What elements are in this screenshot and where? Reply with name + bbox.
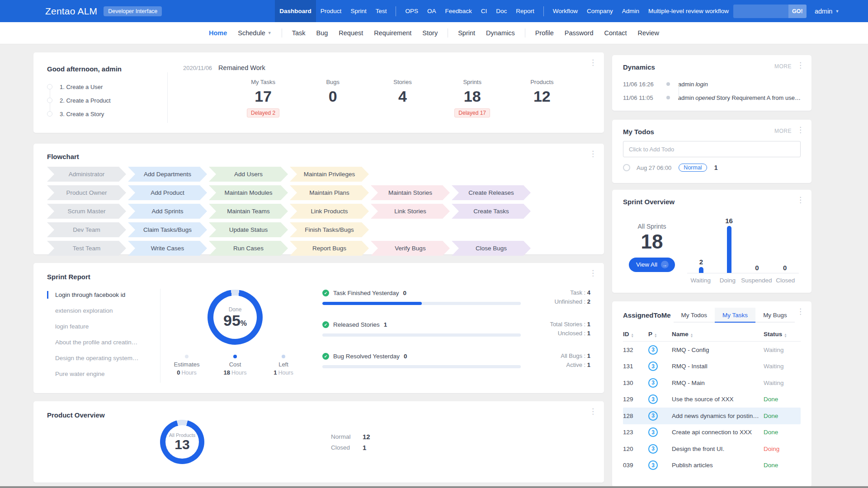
sub-nav-item[interactable]: Requirement [368,29,417,37]
kebab-menu-icon[interactable]: ⋮ [589,408,597,415]
sub-nav-item[interactable]: Story [417,29,443,37]
top-nav-item[interactable]: Feedback [440,0,476,22]
task-name[interactable]: Publish articles [672,462,764,469]
flowchart-step[interactable]: Maintain Modules [209,185,288,200]
column-header-status[interactable]: Status▲▼ [764,331,801,338]
flowchart-step[interactable]: Product Owner [47,185,126,200]
table-row[interactable]: 129 3 Use the source of XXX Done [623,391,801,408]
flowchart-step[interactable]: Claim Tasks/Bugs [128,222,207,237]
sort-icon[interactable]: ▲▼ [631,333,634,338]
sub-nav-item[interactable]: Sprint [453,29,481,37]
sub-nav-item[interactable] [525,28,525,38]
sprint-list-item[interactable]: About the profile and creatin… [47,334,160,350]
work-stat[interactable]: Sprints 18 Delayed 17 [452,79,493,117]
kebab-menu-icon[interactable]: ⋮ [797,126,804,134]
sub-nav-item[interactable]: Home [203,29,232,37]
top-nav-item[interactable]: CI [476,0,492,22]
kebab-menu-icon[interactable]: ⋮ [589,59,597,66]
sort-icon[interactable]: ▲▼ [784,333,787,338]
onboarding-step[interactable]: 2. Create a Product [47,94,154,107]
top-nav-item[interactable]: OPS [401,0,423,22]
flowchart-step[interactable]: Create Tasks [452,204,531,219]
column-header-id[interactable]: ID▲▼ [623,331,648,338]
column-header-name[interactable]: Name▲▼ [672,331,764,338]
todo-checkbox[interactable] [623,164,630,171]
sort-icon[interactable]: ▲▼ [654,333,657,338]
work-stat[interactable]: My Tasks 17 Delayed 2 [243,79,283,117]
sub-nav-item[interactable]: Profile [530,29,559,37]
table-row[interactable]: 132 3 RMQ - Config Waiting [623,342,801,358]
sprint-list-item[interactable]: extension exploration [47,303,160,319]
flowchart-step[interactable]: Run Cases [209,241,288,256]
task-name[interactable]: Add news dynamics for posting late… [672,413,764,419]
view-all-button[interactable]: View All → [629,258,675,272]
sub-nav-item[interactable]: Password [559,29,599,37]
top-nav-item[interactable]: Sprint [346,0,371,22]
sub-nav-item[interactable]: Dynamics [481,29,520,37]
task-name[interactable]: Design the front UI. [672,446,764,452]
todo-item[interactable]: Aug 27 06:00 Normal 1 [623,164,801,172]
app-logo[interactable]: Zentao ALM [45,6,97,17]
flowchart-step[interactable]: Dev Team [47,222,126,237]
kebab-menu-icon[interactable]: ⋮ [797,61,804,69]
sprint-list-item[interactable]: Login through facebook id [47,287,160,303]
sprint-list-item[interactable]: Design the operating system… [47,350,160,366]
kebab-menu-icon[interactable]: ⋮ [589,150,597,158]
top-nav-item[interactable]: Multiple-level review workflow [644,0,733,22]
flowchart-step[interactable]: Finish Tasks/Bugs [290,222,369,237]
onboarding-step[interactable]: 3. Create a Story [47,107,154,121]
search-input[interactable] [733,5,788,18]
more-link[interactable]: MORE [774,63,792,70]
top-nav-item[interactable] [543,6,544,16]
flowchart-step[interactable]: Scrum Master [47,204,126,219]
sub-nav-item[interactable]: Task [287,29,311,37]
add-todo-input[interactable] [623,141,801,157]
task-name[interactable]: RMQ - Install [672,363,764,370]
flowchart-step[interactable]: Add Departments [128,167,207,182]
assigned-tab[interactable]: My Todos [674,308,715,323]
sort-icon[interactable]: ▲▼ [690,333,693,338]
top-nav-item[interactable]: Product [316,0,346,22]
flowchart-step[interactable]: Update Status [209,222,288,237]
flowchart-step[interactable]: Add Sprints [128,204,207,219]
work-stat[interactable]: Products 12 [522,79,562,117]
assigned-tab[interactable]: My Bugs [755,308,795,323]
work-stat[interactable]: Stories 4 [382,79,423,117]
flowchart-step[interactable]: Link Products [290,204,369,219]
sprint-list-item[interactable]: login feature [47,319,160,334]
table-row[interactable]: 130 3 RMQ - Main Waiting [623,375,801,391]
flowchart-step[interactable]: Add Product [128,185,207,200]
top-nav-item[interactable]: OA [423,0,441,22]
table-row[interactable]: 123 3 Create api connection to XXX Done [623,424,801,441]
sub-nav-item[interactable] [282,28,282,38]
table-row[interactable]: 039 3 Publish articles Done [623,457,801,474]
sprint-list-item[interactable]: Pure water engine [47,366,160,382]
flowchart-step[interactable]: Close Bugs [452,241,531,256]
dynamics-entry[interactable]: 11/06 11:05 adminopenedStory Requirement… [623,91,801,104]
top-nav-item[interactable]: Workflow [548,0,582,22]
sub-nav-item[interactable] [448,28,448,38]
table-row[interactable]: 128 3 Add news dynamics for posting late… [623,408,801,424]
task-name[interactable]: Create api connection to XXX [672,429,764,436]
flowchart-step[interactable]: Link Stories [371,204,450,219]
sub-nav-item[interactable]: Request [333,29,368,37]
top-nav-item[interactable]: Test [371,0,392,22]
top-nav-item[interactable] [396,6,396,16]
assigned-tab[interactable]: My Tasks [715,308,755,323]
flowchart-step[interactable]: Maintain Stories [371,185,450,200]
flowchart-step[interactable]: Add Users [209,167,288,182]
flowchart-step[interactable]: Administrator [47,167,126,182]
work-stat[interactable]: Bugs 0 [312,79,353,117]
sub-nav-item[interactable]: Review [632,29,665,37]
top-nav-item[interactable]: Company [582,0,618,22]
flowchart-step[interactable]: Test Team [47,241,126,256]
flowchart-step[interactable]: Write Cases [128,241,207,256]
sub-nav-item[interactable]: Contact [599,29,632,37]
top-nav-item[interactable]: Dashboard [275,0,316,22]
task-name[interactable]: Use the source of XXX [672,396,764,403]
table-row[interactable]: 120 3 Design the front UI. Doing [623,441,801,457]
task-name[interactable]: RMQ - Config [672,347,764,353]
flowchart-step[interactable]: Maintain Privileges [290,167,369,182]
priority-pill[interactable]: Normal [679,164,707,172]
flowchart-step[interactable]: Report Bugs [290,241,369,256]
